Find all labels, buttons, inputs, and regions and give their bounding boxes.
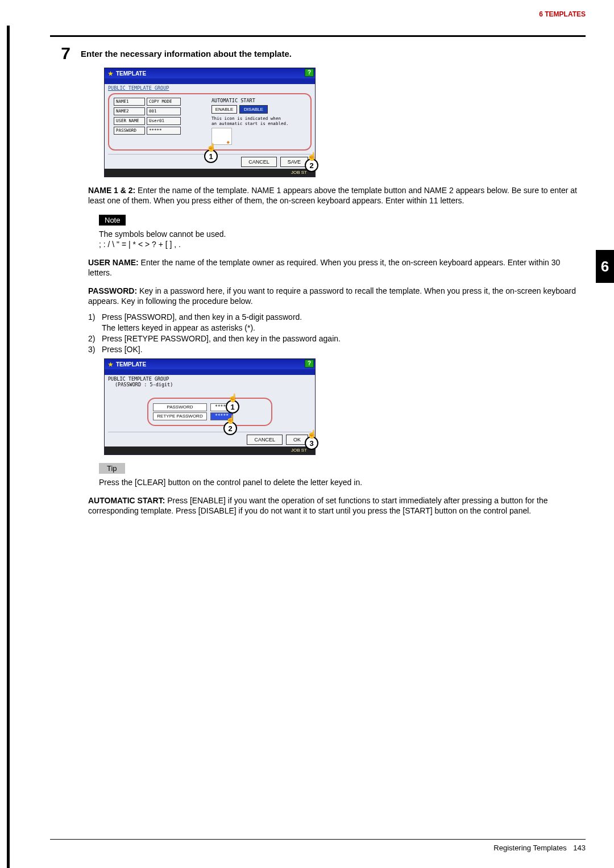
template-form-left: NAME1 COPY MODE NAME2 001 USER NAME User…: [114, 98, 211, 145]
password-label: PASSWORD:: [88, 286, 137, 295]
automatic-start-label: AUTOMATIC START:: [88, 496, 165, 505]
username-description: USER NAME: Enter the name of the templat…: [88, 257, 586, 278]
cancel-button[interactable]: CANCEL: [241, 157, 277, 167]
name2-button[interactable]: NAME2: [114, 107, 145, 115]
password-body: Key in a password here, if you want to r…: [88, 286, 576, 306]
document-page: 6 TEMPLATES 6 7 Enter the necessary info…: [0, 0, 614, 868]
password-value[interactable]: *****: [147, 127, 181, 135]
retype-password-button[interactable]: RETYPE PASSWORD: [153, 412, 207, 420]
help-icon[interactable]: ?: [305, 360, 314, 368]
password-steps: 1)Press [PASSWORD], and then key in a 5-…: [88, 312, 586, 355]
callout-1-icon: 1: [204, 149, 218, 163]
enable-button[interactable]: ENABLE: [211, 105, 237, 114]
left-margin-bar: [7, 26, 10, 868]
template-window-title-2: TEMPLATE: [116, 361, 146, 368]
template-window-title: TEMPLATE: [116, 70, 146, 77]
automatic-start-label: AUTOMATIC START: [211, 98, 306, 103]
password-field-button[interactable]: PASSWORD: [153, 403, 207, 411]
template-titlebar-2: ★ TEMPLATE ?: [105, 359, 315, 369]
template-form-right: AUTOMATIC START ENABLE DISABLE This icon…: [211, 98, 306, 145]
template-subgroup-label: (PASSWORD : 5-digit): [108, 382, 312, 387]
template-divider-2: [108, 432, 312, 432]
template-statusbar-2: JOB ST: [105, 446, 315, 454]
top-horizontal-rule: [50, 35, 586, 37]
template-group-label-2: PUBLIC TEMPLATE GROUP: [108, 376, 312, 382]
automatic-start-description: AUTOMATIC START: Press [ENABLE] if you w…: [88, 495, 586, 516]
list-number-3: 3): [88, 344, 102, 355]
name-body: Enter the name of the template. NAME 1 a…: [88, 186, 577, 205]
name-description: NAME 1 & 2: Enter the name of the templa…: [88, 185, 586, 206]
template-body-2: PUBLIC TEMPLATE GROUP (PASSWORD : 5-digi…: [105, 375, 315, 446]
chapter-tab: 6: [596, 250, 614, 283]
username-button[interactable]: USER NAME: [114, 117, 145, 125]
template-group-label: PUBLIC TEMPLATE GROUP: [108, 85, 312, 91]
bottom-horizontal-rule: [50, 839, 586, 840]
name1-value[interactable]: COPY MODE: [147, 98, 181, 106]
name2-value[interactable]: 001: [147, 107, 181, 115]
footer-page-number: 143: [573, 844, 586, 852]
template-statusbar: JOB ST: [105, 169, 315, 177]
tip-body: Press the [CLEAR] button on the control …: [99, 477, 586, 487]
template-screenshot-1: ★ TEMPLATE ? PUBLIC TEMPLATE GROUP NAME1…: [104, 68, 586, 177]
note-badge: Note: [99, 215, 126, 226]
page-footer: Registering Templates 143: [493, 844, 586, 852]
step-heading: 7 Enter the necessary information about …: [50, 44, 586, 63]
note-line-2: ; : / \ " = | * < > ? + [ ] , .: [99, 239, 586, 249]
callout-2-icon: 2: [305, 158, 318, 172]
star-icon: ★: [108, 70, 116, 77]
step-1b: The letters keyed in appear as asterisks…: [102, 323, 255, 332]
step-1a: Press [PASSWORD], and then key in a 5-di…: [102, 312, 302, 322]
cancel-button[interactable]: CANCEL: [247, 435, 283, 445]
step-title: Enter the necessary information about th…: [81, 49, 292, 59]
note-body: The symbols below cannot be used. ; : / …: [99, 229, 586, 249]
password-description: PASSWORD: Key in a password here, if you…: [88, 286, 586, 306]
template-window-password: ★ TEMPLATE ? PUBLIC TEMPLATE GROUP (PASS…: [104, 358, 316, 455]
template-titlebar: ★ TEMPLATE ?: [105, 68, 315, 78]
chapter-header: 6 TEMPLATES: [0, 0, 614, 35]
callout-3-icon: 3: [305, 436, 318, 450]
username-body: Enter the name of the template owner as …: [88, 258, 560, 277]
star-icon: ★: [108, 361, 116, 368]
password-button[interactable]: PASSWORD: [114, 127, 145, 135]
list-number-1: 1): [88, 312, 102, 333]
template-form-region: NAME1 COPY MODE NAME2 001 USER NAME User…: [108, 93, 312, 151]
step-3: Press [OK].: [102, 344, 143, 355]
help-icon[interactable]: ?: [305, 69, 314, 77]
note-line-1: The symbols below cannot be used.: [99, 229, 586, 239]
disable-button[interactable]: DISABLE: [239, 105, 268, 114]
callout-2-icon: 2: [223, 422, 237, 435]
callout-1-icon: 1: [226, 400, 239, 414]
template-action-buttons-2: CANCEL OK: [108, 435, 312, 446]
footer-section-title: Registering Templates: [493, 844, 566, 852]
tip-badge: Tip: [99, 463, 125, 474]
list-number-2: 2): [88, 333, 102, 344]
main-content: 7 Enter the necessary information about …: [50, 44, 586, 516]
template-subbar-2: [105, 369, 315, 375]
template-screenshot-2: ★ TEMPLATE ? PUBLIC TEMPLATE GROUP (PASS…: [104, 358, 586, 455]
step-number: 7: [50, 44, 70, 63]
automatic-start-note: This icon is indicated when an automatic…: [211, 116, 306, 126]
name1-button[interactable]: NAME1: [114, 98, 145, 106]
template-window: ★ TEMPLATE ? PUBLIC TEMPLATE GROUP NAME1…: [104, 68, 316, 177]
save-button[interactable]: SAVE: [280, 157, 308, 167]
username-label: USER NAME:: [88, 258, 139, 267]
password-entry-region: PASSWORD ***** RETYPE PASSWORD ***** 1 2: [147, 398, 272, 426]
step-2: Press [RETYPE PASSWORD], and then key in…: [102, 333, 341, 344]
template-subbar: [105, 78, 315, 84]
name-label: NAME 1 & 2:: [88, 186, 135, 195]
username-value[interactable]: User01: [147, 117, 181, 125]
